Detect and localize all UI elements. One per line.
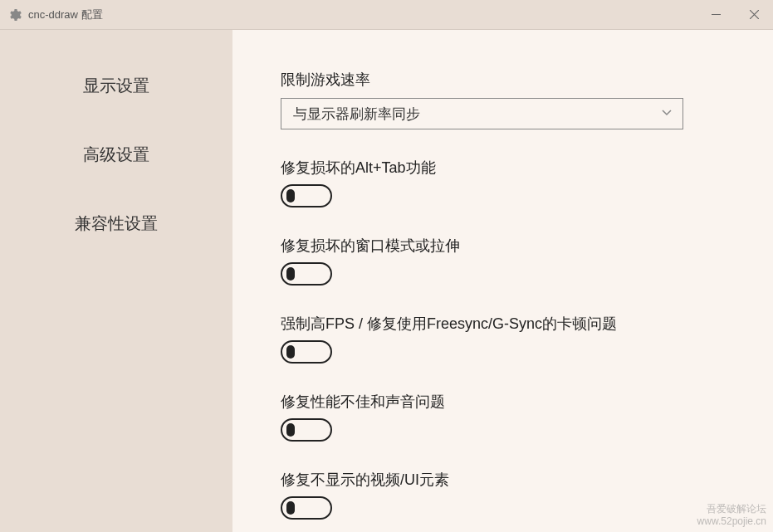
limit-speed-label: 限制游戏速率: [281, 70, 740, 90]
force-high-fps-label: 强制高FPS / 修复使用Freesync/G-Sync的卡顿问题: [281, 314, 740, 334]
sidebar-item-display[interactable]: 显示设置: [0, 61, 232, 130]
fix-alt-tab-label: 修复损坏的Alt+Tab功能: [281, 158, 740, 178]
limit-speed-selected: 与显示器刷新率同步: [293, 105, 420, 124]
chevron-down-icon: [661, 105, 673, 122]
svg-rect-0: [712, 14, 721, 15]
titlebar: cnc-ddraw 配置: [0, 0, 773, 30]
watermark-line2: www.52pojie.cn: [697, 515, 766, 527]
close-button[interactable]: [735, 0, 773, 29]
fix-window-mode-toggle[interactable]: [281, 262, 332, 286]
window-controls: [697, 0, 773, 29]
setting-fix-window-mode: 修复损坏的窗口模式或拉伸: [281, 236, 740, 286]
toggle-knob: [286, 423, 295, 437]
watermark: 吾爱破解论坛 www.52pojie.cn: [697, 503, 766, 527]
limit-speed-dropdown[interactable]: 与显示器刷新率同步: [281, 98, 683, 129]
setting-fix-alt-tab: 修复损坏的Alt+Tab功能: [281, 158, 740, 207]
toggle-knob: [286, 345, 295, 359]
sidebar-item-compatibility[interactable]: 兼容性设置: [0, 199, 232, 268]
toggle-knob: [286, 501, 295, 515]
setting-force-high-fps: 强制高FPS / 修复使用Freesync/G-Sync的卡顿问题: [281, 314, 740, 364]
fix-hidden-video-ui-label: 修复不显示的视频/UI元素: [281, 470, 740, 490]
app-icon: [8, 8, 22, 22]
content-panel: 限制游戏速率 与显示器刷新率同步 修复损坏的Alt+Tab功能 修复损坏的窗口模…: [232, 30, 773, 532]
fix-alt-tab-toggle[interactable]: [281, 184, 332, 207]
fix-performance-sound-label: 修复性能不佳和声音问题: [281, 392, 740, 412]
sidebar-item-advanced[interactable]: 高级设置: [0, 130, 232, 199]
setting-limit-speed: 限制游戏速率 与显示器刷新率同步: [281, 70, 740, 129]
watermark-line1: 吾爱破解论坛: [697, 503, 766, 515]
toggle-knob: [286, 267, 295, 281]
sidebar: 显示设置 高级设置 兼容性设置: [0, 30, 232, 532]
window-title: cnc-ddraw 配置: [28, 7, 697, 22]
minimize-button[interactable]: [697, 0, 735, 29]
fix-hidden-video-ui-toggle[interactable]: [281, 496, 332, 520]
toggle-knob: [286, 189, 295, 203]
main-area: 显示设置 高级设置 兼容性设置 限制游戏速率 与显示器刷新率同步 修复损坏的Al…: [0, 30, 773, 532]
fix-window-mode-label: 修复损坏的窗口模式或拉伸: [281, 236, 740, 256]
setting-fix-performance-sound: 修复性能不佳和声音问题: [281, 392, 740, 442]
force-high-fps-toggle[interactable]: [281, 340, 332, 364]
setting-fix-hidden-video-ui: 修复不显示的视频/UI元素: [281, 470, 740, 520]
fix-performance-sound-toggle[interactable]: [281, 418, 332, 442]
